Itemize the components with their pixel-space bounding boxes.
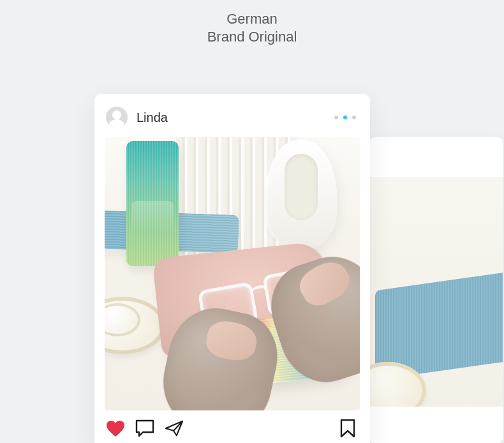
heart-icon xyxy=(106,420,125,437)
post-card-next[interactable] xyxy=(369,137,503,443)
bookmark-icon xyxy=(339,419,356,438)
like-button[interactable] xyxy=(106,419,125,437)
post-user[interactable]: Linda xyxy=(106,107,168,128)
post-actions xyxy=(105,410,360,437)
comment-button[interactable] xyxy=(135,419,154,437)
post-card-next-image xyxy=(369,177,503,407)
bookmark-button[interactable] xyxy=(338,419,357,437)
bg-wallet-green xyxy=(126,141,179,266)
share-button[interactable] xyxy=(165,419,184,437)
post-card: Linda xyxy=(94,94,370,443)
bg-vase xyxy=(265,140,337,250)
page-title: German Brand Original xyxy=(0,0,504,45)
carousel-dot-3 xyxy=(352,116,356,119)
avatar-placeholder-icon xyxy=(106,107,128,128)
post-card-next-header xyxy=(369,137,503,177)
carousel-dot-1 xyxy=(334,116,338,119)
comment-icon xyxy=(135,419,154,437)
post-actions-left xyxy=(106,419,184,437)
paper-plane-icon xyxy=(165,419,184,437)
title-line-2: Brand Original xyxy=(0,28,504,46)
carousel-dot-2 xyxy=(343,116,347,119)
post-header: Linda xyxy=(105,104,360,137)
post-username: Linda xyxy=(137,110,168,125)
title-line-1: German xyxy=(0,10,504,28)
carousel-indicator[interactable] xyxy=(334,116,357,119)
post-image[interactable] xyxy=(105,137,360,410)
bg-teacup xyxy=(105,297,165,354)
